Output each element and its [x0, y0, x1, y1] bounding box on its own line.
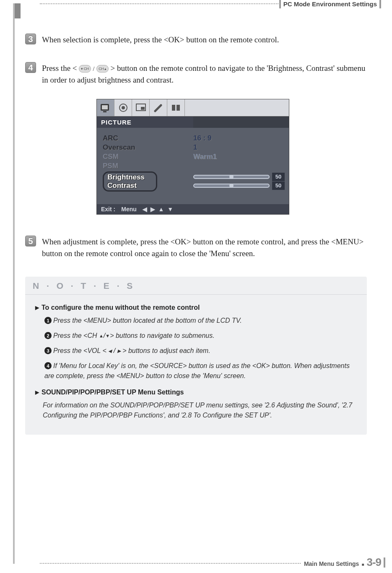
bottom-border [40, 563, 312, 564]
notes-box: N · O · T · E · S To configure the menu … [25, 277, 367, 435]
notes-title: N · O · T · E · S [25, 277, 367, 295]
step-text: When selection is complete, press the <O… [42, 34, 367, 46]
notes-heading: To configure the menu without the remote… [35, 304, 357, 311]
text-fragment: Press the < [42, 64, 77, 73]
step-3: 3 When selection is complete, press the … [25, 34, 367, 46]
osd-footer: Exit : Menu ◀ ▶ ▲ ▼ [97, 204, 289, 214]
left-accent-block [15, 3, 21, 18]
osd-item-contrast[interactable]: Contrast [107, 181, 153, 190]
ch-up-icon: CH ▴ [96, 65, 109, 73]
step-text: When adjustment is complete, press the <… [42, 236, 367, 260]
left-accent-bar [13, 3, 15, 564]
picture-tab-icon[interactable] [97, 99, 114, 116]
notes-line: 1Press the <MENU> button located at the … [44, 316, 357, 326]
step-text: Press the < ▾ CH / CH ▴ > button on the … [42, 62, 367, 86]
exit-label: Exit : [101, 206, 115, 213]
section-header: PC Mode Environment Settings [279, 0, 381, 8]
step-4: 4 Press the < ▾ CH / CH ▴ > button on th… [25, 62, 367, 86]
svg-point-4 [122, 106, 125, 109]
notes-heading: SOUND/PIP/POP/PBP/SET UP Menu Settings [35, 389, 357, 396]
step-5: 5 When adjustment is complete, press the… [25, 236, 367, 260]
notes-line: 3Press the <VOL < ◀ / ▶ > buttons to adj… [44, 346, 357, 356]
footer-label: Main Menu Settings ■ 3-9 [301, 556, 381, 569]
footer-text: Main Menu Settings [304, 560, 359, 567]
osd-icon-row [97, 99, 289, 117]
contrast-slider[interactable]: 50 [193, 181, 285, 190]
setup-tab-icon[interactable] [150, 99, 167, 116]
brightness-slider[interactable]: 50 [193, 173, 285, 181]
osd-menu-title: PICTURE [97, 117, 193, 128]
step-number-badge: 4 [25, 62, 36, 73]
osd-item-overscan[interactable]: Overscan [103, 143, 193, 152]
extra-tab-icon[interactable] [167, 99, 185, 116]
step-number-badge: 3 [25, 34, 36, 44]
osd-item-brightness[interactable]: Brightness [107, 173, 153, 181]
notes-line: 4If 'Menu for Local Key' is on, the <SOU… [44, 361, 357, 381]
osd-value-overscan: 1 [193, 143, 285, 152]
svg-rect-1 [102, 105, 108, 109]
step-number-badge: 5 [25, 236, 36, 246]
osd-item-arc[interactable]: ARC [103, 134, 193, 143]
osd-value-arc: 16 : 9 [193, 134, 285, 143]
brightness-value: 50 [272, 173, 285, 181]
svg-rect-7 [172, 105, 175, 111]
notes-line: For information on the SOUND/PIP/POP/PBP… [43, 400, 357, 420]
nav-arrows-icon: ◀ ▶ ▲ ▼ [143, 206, 174, 213]
osd-screenshot: PICTURE ARC Overscan CSM PSM Brightness … [96, 99, 367, 215]
svg-rect-8 [177, 105, 180, 111]
ch-down-icon: ▾ CH [79, 65, 91, 73]
osd-value-csm: Warm1 [193, 152, 285, 161]
svg-rect-6 [141, 107, 145, 110]
osd-item-psm: PSM [103, 161, 193, 171]
contrast-value: 50 [272, 181, 285, 190]
svg-rect-2 [103, 111, 106, 112]
osd-selection-highlight: Brightness Contrast [103, 171, 157, 192]
page-number: 3-9 [366, 556, 381, 569]
menu-label: Menu [121, 206, 137, 213]
osd-item-csm: CSM [103, 152, 193, 161]
notes-line: 2Press the <CH ▲/▼> buttons to navigate … [44, 331, 357, 341]
footer-accent [384, 557, 385, 568]
sound-tab-icon[interactable] [114, 99, 132, 116]
pip-tab-icon[interactable] [132, 99, 150, 116]
